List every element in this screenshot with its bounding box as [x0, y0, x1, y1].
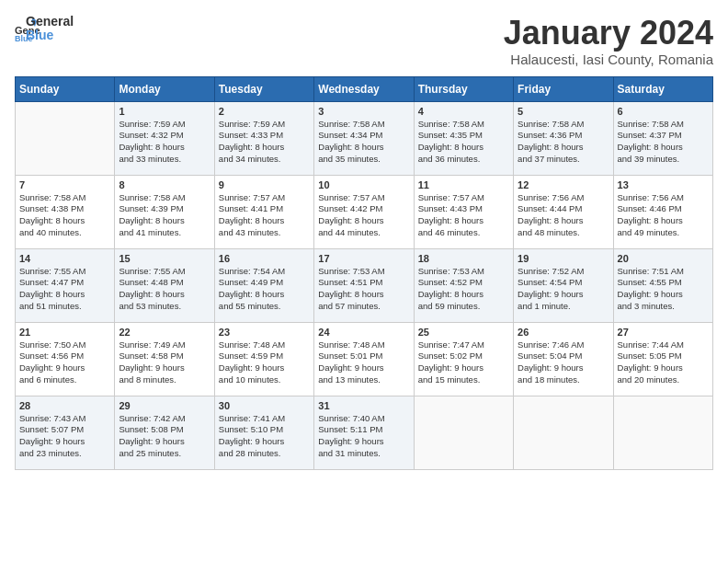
logo-text-blue: Blue	[26, 29, 74, 42]
day-info: Sunrise: 7:48 AMSunset: 5:01 PMDaylight:…	[318, 339, 409, 386]
day-info: Sunrise: 7:57 AMSunset: 4:41 PMDaylight:…	[219, 192, 310, 239]
calendar-table: SundayMondayTuesdayWednesdayThursdayFrid…	[15, 76, 713, 470]
day-info: Sunrise: 7:58 AMSunset: 4:38 PMDaylight:…	[19, 192, 110, 239]
calendar-week-row: 14Sunrise: 7:55 AMSunset: 4:47 PMDayligh…	[16, 248, 713, 322]
location-title: Halaucesti, Iasi County, Romania	[504, 52, 713, 67]
weekday-header-cell: Monday	[115, 76, 214, 101]
calendar-day-cell: 9Sunrise: 7:57 AMSunset: 4:41 PMDaylight…	[214, 175, 313, 248]
calendar-body: 1Sunrise: 7:59 AMSunset: 4:32 PMDaylight…	[16, 101, 713, 469]
day-number: 14	[19, 253, 110, 264]
day-number: 23	[219, 327, 310, 338]
calendar-day-cell: 7Sunrise: 7:58 AMSunset: 4:38 PMDaylight…	[16, 175, 115, 248]
day-info: Sunrise: 7:47 AMSunset: 5:02 PMDaylight:…	[418, 339, 509, 386]
logo: General Blue General Blue	[15, 15, 74, 43]
day-info: Sunrise: 7:43 AMSunset: 5:07 PMDaylight:…	[19, 413, 110, 460]
day-number: 7	[19, 179, 110, 190]
calendar-day-cell: 6Sunrise: 7:58 AMSunset: 4:37 PMDaylight…	[613, 101, 712, 175]
weekday-header-cell: Wednesday	[314, 76, 414, 101]
day-number: 28	[19, 400, 110, 411]
day-number: 29	[119, 400, 210, 411]
day-number: 4	[418, 106, 509, 117]
day-info: Sunrise: 7:58 AMSunset: 4:36 PMDaylight:…	[518, 119, 609, 166]
calendar-day-cell: 8Sunrise: 7:58 AMSunset: 4:39 PMDaylight…	[115, 175, 214, 248]
day-number: 15	[119, 253, 210, 264]
page-header: General Blue General Blue January 2024 H…	[15, 15, 713, 67]
day-number: 2	[219, 106, 310, 117]
day-number: 26	[518, 327, 609, 338]
day-info: Sunrise: 7:50 AMSunset: 4:56 PMDaylight:…	[19, 339, 110, 386]
day-number: 27	[618, 327, 709, 338]
calendar-day-cell: 25Sunrise: 7:47 AMSunset: 5:02 PMDayligh…	[414, 322, 513, 396]
calendar-day-cell: 23Sunrise: 7:48 AMSunset: 4:59 PMDayligh…	[214, 322, 313, 396]
day-info: Sunrise: 7:59 AMSunset: 4:32 PMDaylight:…	[119, 119, 210, 166]
day-number: 3	[318, 106, 409, 117]
calendar-day-cell: 13Sunrise: 7:56 AMSunset: 4:46 PMDayligh…	[613, 175, 712, 248]
calendar-day-cell: 17Sunrise: 7:53 AMSunset: 4:51 PMDayligh…	[314, 248, 414, 322]
calendar-week-row: 1Sunrise: 7:59 AMSunset: 4:32 PMDaylight…	[16, 101, 713, 175]
calendar-day-cell	[16, 101, 115, 175]
day-number: 25	[418, 327, 509, 338]
calendar-day-cell: 10Sunrise: 7:57 AMSunset: 4:42 PMDayligh…	[314, 175, 414, 248]
day-info: Sunrise: 7:56 AMSunset: 4:44 PMDaylight:…	[518, 192, 609, 239]
calendar-day-cell: 4Sunrise: 7:58 AMSunset: 4:35 PMDaylight…	[414, 101, 513, 175]
day-number: 6	[618, 106, 709, 117]
calendar-day-cell: 24Sunrise: 7:48 AMSunset: 5:01 PMDayligh…	[314, 322, 414, 396]
day-info: Sunrise: 7:58 AMSunset: 4:37 PMDaylight:…	[618, 119, 709, 166]
month-title: January 2024	[504, 15, 713, 52]
day-info: Sunrise: 7:46 AMSunset: 5:04 PMDaylight:…	[518, 339, 609, 386]
calendar-day-cell: 16Sunrise: 7:54 AMSunset: 4:49 PMDayligh…	[214, 248, 313, 322]
calendar-day-cell: 18Sunrise: 7:53 AMSunset: 4:52 PMDayligh…	[414, 248, 513, 322]
calendar-day-cell: 12Sunrise: 7:56 AMSunset: 4:44 PMDayligh…	[514, 175, 613, 248]
day-number: 8	[119, 179, 210, 190]
calendar-day-cell: 15Sunrise: 7:55 AMSunset: 4:48 PMDayligh…	[115, 248, 214, 322]
weekday-header-row: SundayMondayTuesdayWednesdayThursdayFrid…	[16, 76, 713, 101]
day-info: Sunrise: 7:53 AMSunset: 4:52 PMDaylight:…	[418, 266, 509, 313]
calendar-day-cell: 11Sunrise: 7:57 AMSunset: 4:43 PMDayligh…	[414, 175, 513, 248]
day-number: 9	[219, 179, 310, 190]
calendar-day-cell: 22Sunrise: 7:49 AMSunset: 4:58 PMDayligh…	[115, 322, 214, 396]
day-info: Sunrise: 7:40 AMSunset: 5:11 PMDaylight:…	[318, 413, 409, 460]
day-info: Sunrise: 7:58 AMSunset: 4:34 PMDaylight:…	[318, 119, 409, 166]
day-info: Sunrise: 7:55 AMSunset: 4:48 PMDaylight:…	[119, 266, 210, 313]
calendar-day-cell	[613, 396, 712, 469]
day-number: 12	[518, 179, 609, 190]
day-number: 13	[618, 179, 709, 190]
day-info: Sunrise: 7:57 AMSunset: 4:42 PMDaylight:…	[318, 192, 409, 239]
calendar-day-cell: 19Sunrise: 7:52 AMSunset: 4:54 PMDayligh…	[514, 248, 613, 322]
day-info: Sunrise: 7:58 AMSunset: 4:35 PMDaylight:…	[418, 119, 509, 166]
day-number: 30	[219, 400, 310, 411]
day-info: Sunrise: 7:54 AMSunset: 4:49 PMDaylight:…	[219, 266, 310, 313]
calendar-day-cell: 30Sunrise: 7:41 AMSunset: 5:10 PMDayligh…	[214, 396, 313, 469]
calendar-day-cell: 29Sunrise: 7:42 AMSunset: 5:08 PMDayligh…	[115, 396, 214, 469]
weekday-header-cell: Thursday	[414, 76, 513, 101]
calendar-week-row: 21Sunrise: 7:50 AMSunset: 4:56 PMDayligh…	[16, 322, 713, 396]
calendar-day-cell: 28Sunrise: 7:43 AMSunset: 5:07 PMDayligh…	[16, 396, 115, 469]
calendar-day-cell: 20Sunrise: 7:51 AMSunset: 4:55 PMDayligh…	[613, 248, 712, 322]
day-number: 18	[418, 253, 509, 264]
title-area: January 2024 Halaucesti, Iasi County, Ro…	[504, 15, 713, 67]
calendar-day-cell: 27Sunrise: 7:44 AMSunset: 5:05 PMDayligh…	[613, 322, 712, 396]
day-info: Sunrise: 7:57 AMSunset: 4:43 PMDaylight:…	[418, 192, 509, 239]
day-number: 22	[119, 327, 210, 338]
calendar-day-cell: 2Sunrise: 7:59 AMSunset: 4:33 PMDaylight…	[214, 101, 313, 175]
calendar-week-row: 7Sunrise: 7:58 AMSunset: 4:38 PMDaylight…	[16, 175, 713, 248]
day-info: Sunrise: 7:48 AMSunset: 4:59 PMDaylight:…	[219, 339, 310, 386]
logo-text-general: General	[26, 15, 74, 29]
calendar-day-cell: 5Sunrise: 7:58 AMSunset: 4:36 PMDaylight…	[514, 101, 613, 175]
day-number: 16	[219, 253, 310, 264]
calendar-day-cell: 21Sunrise: 7:50 AMSunset: 4:56 PMDayligh…	[16, 322, 115, 396]
weekday-header-cell: Tuesday	[214, 76, 313, 101]
weekday-header-cell: Friday	[514, 76, 613, 101]
day-info: Sunrise: 7:52 AMSunset: 4:54 PMDaylight:…	[518, 266, 609, 313]
day-number: 21	[19, 327, 110, 338]
day-number: 19	[518, 253, 609, 264]
calendar-day-cell: 31Sunrise: 7:40 AMSunset: 5:11 PMDayligh…	[314, 396, 414, 469]
day-info: Sunrise: 7:55 AMSunset: 4:47 PMDaylight:…	[19, 266, 110, 313]
day-info: Sunrise: 7:58 AMSunset: 4:39 PMDaylight:…	[119, 192, 210, 239]
calendar-day-cell: 14Sunrise: 7:55 AMSunset: 4:47 PMDayligh…	[16, 248, 115, 322]
weekday-header-cell: Saturday	[613, 76, 712, 101]
day-number: 10	[318, 179, 409, 190]
day-number: 31	[318, 400, 409, 411]
day-info: Sunrise: 7:49 AMSunset: 4:58 PMDaylight:…	[119, 339, 210, 386]
day-info: Sunrise: 7:44 AMSunset: 5:05 PMDaylight:…	[618, 339, 709, 386]
